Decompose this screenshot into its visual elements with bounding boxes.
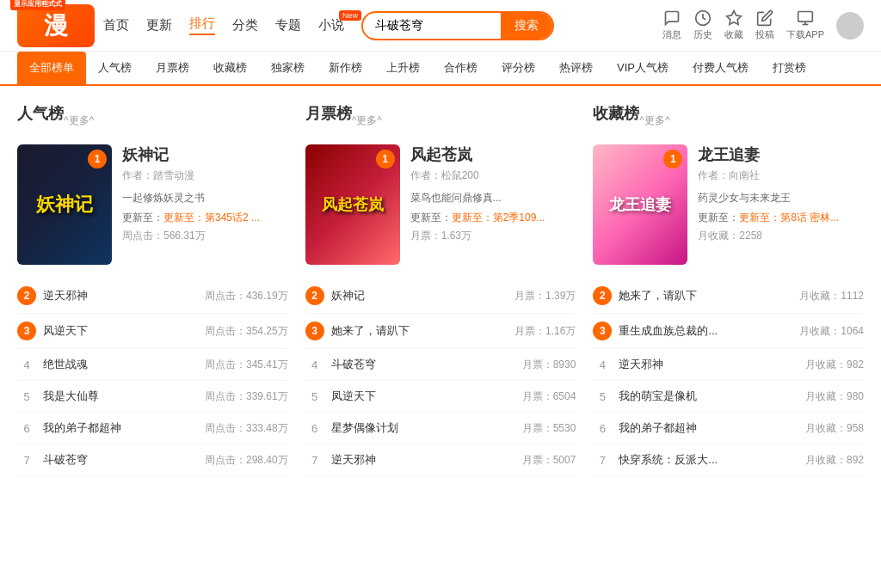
header: 显示应用程式式 漫 首页 更新 排行 分类 专题 小说 New 搜索 消息 历史… xyxy=(0,0,881,52)
featured-title-3[interactable]: 龙王追妻 xyxy=(698,144,864,165)
search-input[interactable] xyxy=(363,14,501,38)
featured-update-3: 更新至：更新至：第8话 密林... xyxy=(698,211,864,225)
item-stat: 月收藏：892 xyxy=(805,453,864,468)
search-button[interactable]: 搜索 xyxy=(501,13,552,39)
monthly-more[interactable]: ^更多^ xyxy=(352,113,382,128)
featured-title-2[interactable]: 风起苍岚 xyxy=(410,144,576,165)
nav-category[interactable]: 分类 xyxy=(232,17,258,34)
item-title[interactable]: 她来了，请趴下 xyxy=(331,323,514,339)
edit-icon-btn[interactable]: 投稿 xyxy=(755,9,774,41)
list-item: 7 斗破苍穹 周点击：298.40万 xyxy=(17,444,288,476)
monthly-list: 2 妖神记 月票：1.39万 3 她来了，请趴下 月票：1.16万 4 斗破苍穹… xyxy=(305,279,576,476)
featured-update-link-3[interactable]: 更新至：第8话 密林... xyxy=(739,211,839,224)
sub-nav-favorites[interactable]: 收藏榜 xyxy=(201,52,259,84)
featured-rank-badge-2: 1 xyxy=(376,150,395,168)
item-stat: 月收藏：1112 xyxy=(799,289,864,303)
item-stat: 月收藏：982 xyxy=(805,358,864,372)
nav-topic[interactable]: 专题 xyxy=(275,17,301,34)
item-stat: 月票：5007 xyxy=(522,453,576,468)
popularity-list: 2 逆天邪神 周点击：436.19万 3 风逆天下 周点击：354.25万 4 … xyxy=(17,279,288,476)
featured-title-1[interactable]: 妖神记 xyxy=(122,144,288,165)
list-item: 2 妖神记 月票：1.39万 xyxy=(305,279,576,314)
item-title[interactable]: 我的萌宝是像机 xyxy=(619,389,805,404)
featured-update-link-2[interactable]: 更新至：第2季109... xyxy=(452,211,545,224)
featured-cover-3[interactable]: 龙王追妻 1 xyxy=(593,144,687,265)
item-title[interactable]: 我的弟子都超神 xyxy=(43,420,205,436)
item-stat: 周点击：354.25万 xyxy=(205,324,288,339)
main-content: 人气榜 ^更多^ 妖神记 1 妖神记 作者：踏雪动漫 一起修炼妖灵之书 更新至：… xyxy=(0,86,881,493)
item-title[interactable]: 她来了，请趴下 xyxy=(619,288,799,303)
item-stat: 月票：1.39万 xyxy=(514,289,576,303)
featured-update-link-1[interactable]: 更新至：第345话2 ... xyxy=(163,211,260,224)
item-title[interactable]: 妖神记 xyxy=(331,288,514,303)
featured-cover-1[interactable]: 妖神记 1 xyxy=(17,144,112,265)
sub-nav-rating[interactable]: 评分榜 xyxy=(490,52,547,84)
item-stat: 月票：1.16万 xyxy=(514,324,576,339)
item-title[interactable]: 斗破苍穹 xyxy=(331,357,522,372)
featured-update-2: 更新至：更新至：第2季109... xyxy=(410,211,576,225)
rank-num: 6 xyxy=(305,422,324,435)
sub-nav-hot-review[interactable]: 热评榜 xyxy=(547,52,605,84)
featured-cover-2[interactable]: 风起苍岚 1 xyxy=(305,144,400,265)
featured-author-3: 作者：向南社 xyxy=(698,168,864,183)
sub-nav-popularity[interactable]: 人气榜 xyxy=(86,52,144,84)
favorites-more[interactable]: ^更多^ xyxy=(639,113,669,128)
list-item: 5 凤逆天下 月票：6504 xyxy=(305,381,576,413)
logo-badge: 显示应用程式式 xyxy=(10,0,65,10)
list-item: 6 我的弟子都超神 月收藏：958 xyxy=(593,413,864,444)
item-title[interactable]: 快穿系统：反派大... xyxy=(619,452,805,468)
item-title[interactable]: 斗破苍穹 xyxy=(43,452,205,468)
item-title[interactable]: 星梦偶像计划 xyxy=(331,420,522,436)
item-title[interactable]: 逆天邪神 xyxy=(43,288,205,303)
featured-stat-1: 周点击：566.31万 xyxy=(122,229,288,243)
sub-nav-all[interactable]: 全部榜单 xyxy=(17,52,86,84)
sub-nav-paid[interactable]: 付费人气榜 xyxy=(681,52,761,84)
item-stat: 周点击：298.40万 xyxy=(205,453,288,468)
popularity-more[interactable]: ^更多^ xyxy=(64,113,94,128)
monthly-column: 月票榜 ^更多^ 风起苍岚 1 风起苍岚 作者：松鼠200 菜鸟也能问鼎修真..… xyxy=(305,103,576,476)
download-icon-btn[interactable]: 下载APP xyxy=(786,9,824,41)
featured-info-2: 风起苍岚 作者：松鼠200 菜鸟也能问鼎修真... 更新至：更新至：第2季109… xyxy=(410,144,576,265)
item-title[interactable]: 逆天邪神 xyxy=(619,357,805,372)
item-title[interactable]: 我的弟子都超神 xyxy=(619,420,805,436)
sub-nav-reward[interactable]: 打赏榜 xyxy=(761,52,818,84)
item-title[interactable]: 我是大仙尊 xyxy=(43,389,205,404)
history-icon-btn[interactable]: 历史 xyxy=(693,9,712,41)
featured-author-2: 作者：松鼠200 xyxy=(410,168,576,183)
list-item: 4 绝世战魂 周点击：345.41万 xyxy=(17,349,288,381)
item-stat: 月票：5530 xyxy=(522,421,576,436)
item-title[interactable]: 重生成血族总裁的... xyxy=(619,323,799,339)
sub-nav-new[interactable]: 新作榜 xyxy=(317,52,374,84)
item-title[interactable]: 逆天邪神 xyxy=(331,452,522,468)
item-title[interactable]: 绝世战魂 xyxy=(43,357,205,372)
logo[interactable]: 显示应用程式式 漫 xyxy=(17,4,95,47)
nav-ranking[interactable]: 排行 xyxy=(189,15,215,35)
featured-desc-3: 药灵少女与未来龙王 xyxy=(698,190,864,205)
main-nav: 首页 更新 排行 分类 专题 小说 New xyxy=(103,15,344,35)
sub-nav-rising[interactable]: 上升榜 xyxy=(374,52,432,84)
featured-rank-badge-1: 1 xyxy=(88,150,107,168)
sub-nav-exclusive[interactable]: 独家榜 xyxy=(259,52,317,84)
avatar[interactable] xyxy=(836,12,864,40)
sub-nav-collab[interactable]: 合作榜 xyxy=(432,52,490,84)
item-title[interactable]: 风逆天下 xyxy=(43,323,205,339)
featured-stat-2: 月票：1.63万 xyxy=(410,229,576,243)
nav-novel[interactable]: 小说 New xyxy=(318,17,344,34)
rank-num: 4 xyxy=(17,358,36,371)
svg-rect-2 xyxy=(798,12,813,22)
message-icon-btn[interactable]: 消息 xyxy=(662,9,681,41)
item-stat: 月票：8930 xyxy=(522,358,576,372)
rank-num: 6 xyxy=(593,422,612,435)
nav-update[interactable]: 更新 xyxy=(146,17,172,34)
nav-home[interactable]: 首页 xyxy=(103,17,129,34)
svg-marker-1 xyxy=(727,11,742,25)
sub-nav-vip[interactable]: VIP人气榜 xyxy=(605,52,681,84)
star-icon-btn[interactable]: 收藏 xyxy=(724,9,743,41)
item-title[interactable]: 凤逆天下 xyxy=(331,389,522,404)
list-item: 6 我的弟子都超神 周点击：333.48万 xyxy=(17,413,288,444)
popularity-featured: 妖神记 1 妖神记 作者：踏雪动漫 一起修炼妖灵之书 更新至：更新至：第345话… xyxy=(17,144,288,265)
list-item: 3 风逆天下 周点击：354.25万 xyxy=(17,314,288,349)
list-item: 2 她来了，请趴下 月收藏：1112 xyxy=(593,279,864,314)
sub-nav-monthly[interactable]: 月票榜 xyxy=(144,52,201,84)
popularity-column: 人气榜 ^更多^ 妖神记 1 妖神记 作者：踏雪动漫 一起修炼妖灵之书 更新至：… xyxy=(17,103,288,476)
